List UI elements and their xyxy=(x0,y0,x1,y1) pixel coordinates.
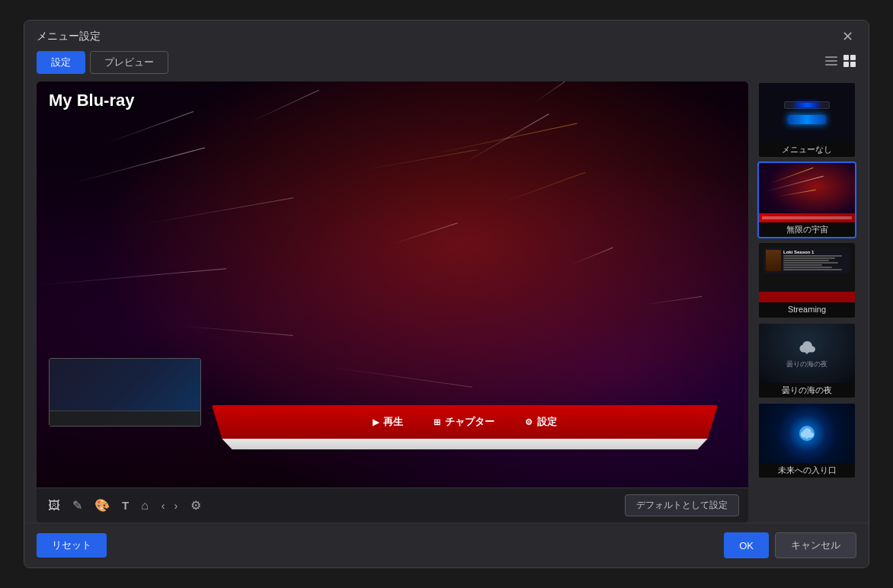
thumb-bg-future xyxy=(759,404,855,463)
thumb-inner xyxy=(50,359,200,426)
settings-icon: ⚙ xyxy=(525,417,533,427)
preview-thumbnail xyxy=(49,358,201,427)
preview-panel: My Blu-ray ▶ 再生 ⊞ xyxy=(37,81,748,522)
night-label: 曇りの海の夜 xyxy=(786,360,827,369)
svg-rect-2 xyxy=(825,64,837,66)
streaming-card: Loki Season 1 xyxy=(763,248,850,273)
app-window: メニュー設定 ✕ 設定 プレビュー xyxy=(24,20,869,568)
thumbnail-item-none[interactable]: メニューなし xyxy=(757,81,856,158)
gear-tool-icon[interactable]: ⚙ xyxy=(188,497,203,514)
svg-rect-6 xyxy=(850,62,856,67)
ok-button[interactable]: OK xyxy=(724,532,769,558)
streaming-poster xyxy=(766,250,781,271)
cancel-button[interactable]: キャンセル xyxy=(775,532,856,558)
preview-title: My Blu-ray xyxy=(49,91,134,110)
svg-rect-4 xyxy=(850,55,856,60)
svg-rect-3 xyxy=(843,55,849,60)
thumbnail-sidebar: メニューなし xyxy=(757,81,856,522)
menu-item-play[interactable]: ▶ 再生 xyxy=(373,415,403,429)
menu-bar-white xyxy=(212,439,718,449)
thumbnail-item-night[interactable]: 曇りの海の夜 曇りの海の夜 xyxy=(757,322,856,399)
footer-right: OK キャンセル xyxy=(724,532,856,558)
device-display xyxy=(784,101,830,124)
thumb-menubar xyxy=(759,213,855,222)
streaming-info: Loki Season 1 xyxy=(783,250,848,270)
thumb-img-space xyxy=(759,163,855,222)
thumb-label-none: メニューなし xyxy=(759,142,855,157)
tool-nav: ‹ › xyxy=(158,498,181,513)
future-cloud-icon xyxy=(799,425,815,442)
next-arrow[interactable]: › xyxy=(171,498,181,513)
thumb-label-space: 無限の宇宙 xyxy=(759,222,855,237)
tab-preview[interactable]: プレビュー xyxy=(90,51,168,74)
color-tool-icon[interactable]: 🎨 xyxy=(92,497,112,514)
menu-item-settings[interactable]: ⚙ 設定 xyxy=(525,415,557,429)
menu-chapter-label: チャプター xyxy=(445,415,495,429)
list-view-icon[interactable] xyxy=(824,54,838,72)
thumb-img-future xyxy=(759,404,855,463)
disc-glow xyxy=(788,115,826,124)
device-light xyxy=(795,103,818,107)
tab-group: 設定 プレビュー xyxy=(37,51,168,74)
close-button[interactable]: ✕ xyxy=(839,30,856,43)
menu-bar-red: ▶ 再生 ⊞ チャプター ⚙ 設定 xyxy=(212,405,718,439)
text-tool-icon[interactable]: T xyxy=(120,497,131,513)
svg-rect-5 xyxy=(843,62,849,67)
thumb-img-streaming: Loki Season 1 xyxy=(759,243,855,302)
thumbnail-item-space[interactable]: 無限の宇宙 xyxy=(757,161,856,238)
svg-rect-1 xyxy=(825,60,837,62)
thumb-img-none xyxy=(759,83,855,142)
image-tool-icon[interactable]: 🖼 xyxy=(46,497,62,514)
thumb-img-night: 曇りの海の夜 xyxy=(759,324,855,383)
thumb-label-night: 曇りの海の夜 xyxy=(759,383,855,398)
tab-settings[interactable]: 設定 xyxy=(37,51,85,74)
streaming-bottom-bar xyxy=(759,292,855,302)
window-title: メニュー設定 xyxy=(37,30,101,43)
thumbnail-item-future[interactable]: 未来への入り口 xyxy=(757,402,856,479)
thumb-bg-streaming: Loki Season 1 xyxy=(759,243,855,302)
grid-view-icon[interactable] xyxy=(843,54,856,72)
reset-button[interactable]: リセット xyxy=(37,533,107,558)
menu-play-label: 再生 xyxy=(383,415,403,429)
streaming-row: Loki Season 1 xyxy=(766,250,848,271)
toolbar: 設定 プレビュー xyxy=(24,51,869,81)
tool-icons: 🖼 ✎ 🎨 T ⌂ ‹ › ⚙ xyxy=(46,497,203,514)
menu-bar-overlay: ▶ 再生 ⊞ チャプター ⚙ 設定 xyxy=(212,405,718,449)
thumb-label-future: 未来への入り口 xyxy=(759,463,855,478)
cloud-download-icon xyxy=(796,337,818,358)
footer-left: リセット xyxy=(37,533,107,558)
future-content xyxy=(799,425,815,442)
preview-canvas: My Blu-ray ▶ 再生 ⊞ xyxy=(37,81,748,487)
thumb-bar xyxy=(50,411,200,426)
streaming-lines xyxy=(783,255,848,270)
footer-bar: リセット OK キャンセル xyxy=(24,522,869,567)
thumbnail-item-streaming[interactable]: Loki Season 1 xyxy=(757,241,856,318)
set-default-button[interactable]: デフォルトとして設定 xyxy=(625,494,739,516)
menu-item-chapter[interactable]: ⊞ チャプター xyxy=(434,415,495,429)
title-bar: メニュー設定 ✕ xyxy=(24,21,869,51)
thumb-bg-none xyxy=(759,83,855,142)
menu-settings-label: 設定 xyxy=(537,415,557,429)
edit-tool-icon[interactable]: ✎ xyxy=(70,497,85,514)
thumb-bg-space xyxy=(759,163,855,222)
play-icon: ▶ xyxy=(373,417,379,427)
small-device xyxy=(784,101,830,109)
home-tool-icon[interactable]: ⌂ xyxy=(139,497,151,514)
main-area: My Blu-ray ▶ 再生 ⊞ xyxy=(24,81,869,522)
streaming-title-sm: Loki Season 1 xyxy=(783,250,848,254)
preview-bottom-toolbar: 🖼 ✎ 🎨 T ⌂ ‹ › ⚙ デフォルトとして設定 xyxy=(37,487,748,522)
night-content: 曇りの海の夜 xyxy=(786,337,827,369)
thumb-bg-night: 曇りの海の夜 xyxy=(759,324,855,383)
view-toggle xyxy=(824,54,856,72)
svg-rect-0 xyxy=(825,56,837,58)
thumb-label-streaming: Streaming xyxy=(759,302,855,317)
prev-arrow[interactable]: ‹ xyxy=(158,498,168,513)
chapter-icon: ⊞ xyxy=(434,417,440,427)
